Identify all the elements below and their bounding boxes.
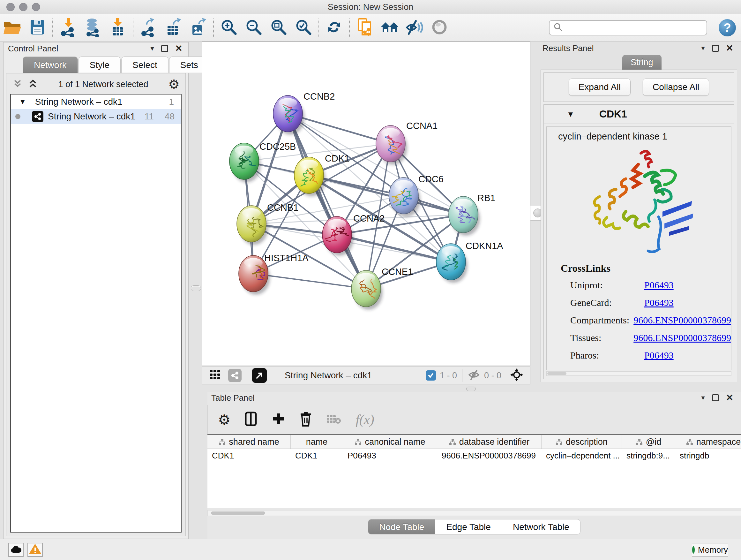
hierarchy-icon: [219, 438, 226, 445]
expand-all-button[interactable]: Expand All: [569, 78, 630, 96]
table-cell[interactable]: stringdb:9...: [622, 451, 675, 461]
import-network-database-button[interactable]: [80, 16, 105, 39]
network-collection-row[interactable]: ▼ String Network – cdk1 1: [11, 95, 181, 109]
column-header-description[interactable]: description: [542, 435, 622, 449]
memory-button[interactable]: Memory: [692, 543, 728, 557]
network-canvas[interactable]: CCNB2CCNA1CDC25BCDK1CDC6RB1CCNB1CCNA2CDK…: [202, 42, 530, 366]
help-button[interactable]: ?: [719, 19, 736, 37]
memory-label: Memory: [698, 545, 728, 555]
crosslink-link[interactable]: P06493: [644, 280, 674, 291]
toolbar-separator: [213, 18, 214, 37]
panel-menu-icon[interactable]: ▾: [150, 44, 154, 53]
table-horizontal-scrollbar[interactable]: [207, 510, 741, 516]
network-node-HIST1H1A[interactable]: HIST1H1A: [239, 253, 309, 295]
network-node-CCNB1[interactable]: CCNB1: [237, 202, 298, 245]
column-header-shared-name[interactable]: shared name: [207, 435, 291, 449]
hide-eye-button[interactable]: [402, 16, 427, 39]
network-node-CCNE1[interactable]: CCNE1: [351, 266, 413, 310]
navigator-icon[interactable]: [252, 368, 267, 383]
columns-icon[interactable]: [245, 411, 257, 428]
table-cell[interactable]: CDK1: [207, 451, 291, 461]
trash-icon[interactable]: [299, 411, 312, 428]
export-network-button[interactable]: [136, 16, 161, 39]
grid-view-icon[interactable]: [209, 369, 221, 382]
panel-close-icon[interactable]: ✕: [175, 45, 183, 52]
export-table-button[interactable]: [161, 16, 186, 39]
table-cell[interactable]: 9606.ENSP00000378699: [437, 451, 542, 461]
share-document-button[interactable]: [352, 16, 377, 39]
network-node-CDC6[interactable]: CDC6: [389, 174, 444, 217]
cloud-button[interactable]: [8, 543, 23, 557]
zoom-fit-button[interactable]: [266, 16, 291, 39]
warning-button[interactable]: [27, 543, 43, 557]
collapse-all-icon[interactable]: [12, 78, 23, 90]
panel-float-icon[interactable]: [712, 394, 719, 401]
table-cell[interactable]: CDK1: [291, 451, 343, 461]
network-node-CDK1[interactable]: CDK1: [294, 153, 349, 196]
panel-float-icon[interactable]: [712, 45, 719, 52]
houses-button[interactable]: [377, 16, 402, 39]
tab-select[interactable]: Select: [121, 57, 169, 73]
zoom-selected-button[interactable]: [291, 16, 316, 39]
expand-all-icon[interactable]: [27, 78, 38, 90]
entry-collapse-icon[interactable]: ▼: [567, 110, 575, 119]
search-input[interactable]: [565, 23, 703, 33]
network-edge[interactable]: [253, 273, 366, 289]
tab-network[interactable]: Network: [23, 57, 78, 73]
panel-menu-icon[interactable]: ▾: [701, 394, 704, 402]
network-node-CDKN1A[interactable]: CDKN1A: [436, 241, 503, 283]
zoom-out-button[interactable]: [241, 16, 266, 39]
gear-icon[interactable]: ⚙: [218, 412, 230, 428]
left-splitter-handle[interactable]: [191, 286, 201, 291]
tree-expand-icon[interactable]: ▼: [19, 98, 26, 106]
gear-icon[interactable]: ⚙: [168, 77, 180, 91]
panel-close-icon[interactable]: ✕: [726, 394, 733, 401]
column-header-name[interactable]: name: [291, 435, 343, 449]
hidden-eye-icon[interactable]: [468, 369, 480, 382]
gene-entry-header[interactable]: ▼ CDK1: [544, 105, 734, 124]
tab-string[interactable]: String: [622, 55, 662, 70]
node-label: CCNA1: [406, 121, 437, 131]
network-graph[interactable]: CCNB2CCNA1CDC25BCDK1CDC6RB1CCNB1CCNA2CDK…: [202, 42, 530, 366]
collapse-all-button[interactable]: Collapse All: [643, 78, 709, 96]
add-column-icon[interactable]: [271, 412, 285, 427]
network-row[interactable]: String Network – cdk1 11 48: [11, 109, 181, 124]
status-bar: Memory: [0, 539, 741, 560]
tab-edge-table[interactable]: Edge Table: [435, 519, 502, 535]
zoom-in-button[interactable]: [216, 16, 241, 39]
show-orb-button[interactable]: [427, 16, 452, 39]
column-header-database-identifier[interactable]: database identifier: [437, 435, 542, 449]
column-header-namespace[interactable]: namespace: [675, 435, 741, 449]
import-network-file-button[interactable]: [56, 16, 80, 39]
share-view-icon[interactable]: [228, 369, 242, 382]
column-header-@id[interactable]: @id: [622, 435, 675, 449]
crosslink-link[interactable]: 9606.ENSP00000378699: [633, 315, 731, 326]
network-node-CCNA1[interactable]: CCNA1: [376, 121, 437, 165]
crosshair-icon[interactable]: [510, 368, 524, 383]
table-cell[interactable]: stringdb: [675, 451, 741, 461]
crosslink-link[interactable]: P06493: [644, 297, 674, 308]
selected-checkbox-icon[interactable]: [426, 370, 436, 381]
table-cell[interactable]: P06493: [343, 451, 437, 461]
refresh-button[interactable]: [322, 16, 347, 39]
open-session-button[interactable]: [0, 16, 25, 39]
network-row-label: String Network – cdk1: [48, 111, 135, 122]
import-table-button[interactable]: [105, 16, 130, 39]
horizontal-splitter-handle[interactable]: [466, 387, 476, 391]
export-image-button[interactable]: [186, 16, 211, 39]
tab-style[interactable]: Style: [78, 57, 121, 73]
column-header-canonical-name[interactable]: canonical name: [343, 435, 437, 449]
crosslink-link[interactable]: 9606.ENSP00000378699: [633, 332, 731, 343]
table-cell[interactable]: cyclin–dependent ...: [542, 451, 622, 461]
toolbar-separator: [247, 369, 247, 382]
crosslink-link[interactable]: P06493: [644, 350, 674, 361]
panel-float-icon[interactable]: [161, 45, 168, 52]
tab-network-table[interactable]: Network Table: [502, 519, 581, 535]
panel-close-icon[interactable]: ✕: [726, 45, 733, 52]
network-node-RB1[interactable]: RB1: [449, 193, 495, 236]
table-row[interactable]: CDK1CDK1P064939606.ENSP00000378699cyclin…: [207, 449, 741, 462]
panel-menu-icon[interactable]: ▾: [701, 44, 704, 52]
tab-node-table[interactable]: Node Table: [368, 519, 435, 535]
save-session-button[interactable]: [25, 16, 50, 39]
results-scrollbar[interactable]: [546, 371, 731, 376]
